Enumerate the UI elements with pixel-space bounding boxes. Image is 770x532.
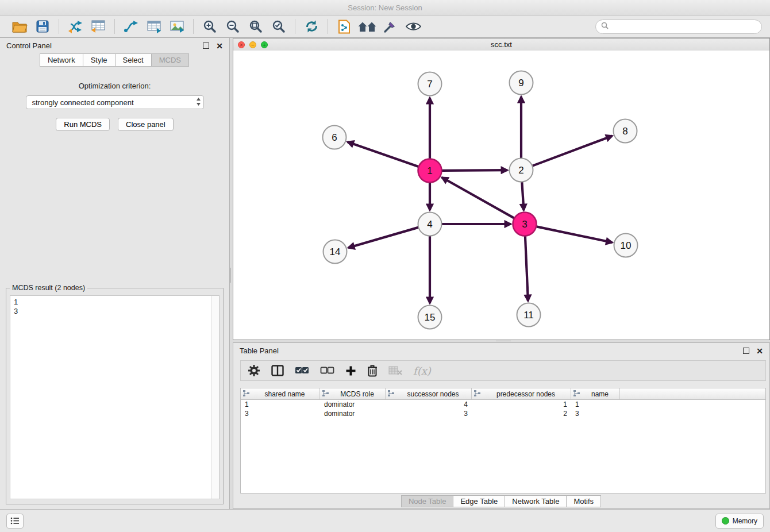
- graph-node-2[interactable]: 2: [510, 159, 533, 182]
- column-header-mcds-role[interactable]: MCDS role: [320, 388, 386, 399]
- cell-name[interactable]: 3: [571, 410, 620, 418]
- open-session-icon[interactable]: [8, 17, 31, 36]
- graph-edge-3-11[interactable]: [525, 236, 528, 301]
- graph-node-4[interactable]: 4: [418, 213, 442, 236]
- graph-node-3[interactable]: 3: [513, 213, 537, 236]
- tab-edge-table[interactable]: Edge Table: [453, 495, 505, 507]
- network-analyzer-icon[interactable]: [356, 17, 379, 36]
- delete-column-icon[interactable]: [367, 364, 378, 377]
- column-header-successor-nodes[interactable]: successor nodes: [386, 388, 472, 399]
- table-row[interactable]: 3 dominator 3 2 3: [241, 409, 765, 418]
- cell-predecessor-nodes[interactable]: 2: [472, 410, 571, 418]
- refresh-icon[interactable]: [300, 17, 323, 36]
- svg-text:9: 9: [518, 78, 523, 88]
- graphics-details-icon[interactable]: [402, 17, 425, 36]
- zoom-in-icon[interactable]: [198, 17, 221, 36]
- table-settings-icon[interactable]: [248, 364, 260, 377]
- column-header-name[interactable]: name: [571, 388, 620, 399]
- import-table-icon[interactable]: [87, 17, 110, 36]
- graph-node-1[interactable]: 1: [418, 159, 442, 183]
- clone-network-icon[interactable]: [333, 17, 356, 36]
- tab-node-table[interactable]: Node Table: [401, 495, 454, 507]
- memory-button-label: Memory: [733, 517, 757, 525]
- float-table-panel-icon[interactable]: [743, 348, 749, 354]
- import-network-icon[interactable]: [64, 17, 87, 36]
- graph-edge-2-8[interactable]: [533, 136, 613, 165]
- memory-button[interactable]: Memory: [715, 514, 764, 529]
- graph-edge-2-3[interactable]: [522, 182, 523, 210]
- graph-edge-3-10[interactable]: [537, 226, 613, 242]
- maximize-window-icon[interactable]: +: [261, 41, 268, 48]
- function-builder-icon[interactable]: f(x): [413, 365, 431, 377]
- close-control-panel-icon[interactable]: ✕: [216, 41, 223, 51]
- zoom-out-icon[interactable]: [221, 17, 244, 36]
- zoom-selected-icon[interactable]: [267, 17, 290, 36]
- graph-node-6[interactable]: 6: [323, 126, 346, 149]
- graph-edge-3-1[interactable]: [442, 178, 514, 218]
- cell-name[interactable]: 1: [571, 400, 620, 408]
- close-table-panel-icon[interactable]: ✕: [756, 346, 763, 356]
- cell-predecessor-nodes[interactable]: 1: [472, 400, 571, 408]
- cell-shared-name[interactable]: 3: [241, 410, 320, 418]
- svg-text:10: 10: [621, 240, 632, 251]
- result-scrollbar[interactable]: [211, 296, 219, 499]
- network-canvas[interactable]: 7968124314101511: [233, 51, 769, 340]
- cell-mcds-role[interactable]: dominator: [320, 410, 386, 418]
- select-all-icon[interactable]: [295, 366, 309, 375]
- tab-network-table[interactable]: Network Table: [505, 495, 567, 507]
- graph-edge-1-2[interactable]: [442, 170, 507, 171]
- network-window-title: scc.txt: [233, 40, 769, 49]
- table-row[interactable]: 1 dominator 4 1 1: [241, 400, 765, 409]
- mcds-result-list[interactable]: 1 3: [10, 295, 220, 499]
- column-header-shared-name[interactable]: shared name: [241, 388, 320, 399]
- cell-shared-name[interactable]: 1: [241, 400, 320, 408]
- tab-network[interactable]: Network: [40, 53, 83, 67]
- close-panel-button[interactable]: Close panel: [118, 118, 174, 131]
- svg-text:14: 14: [330, 246, 341, 257]
- task-history-button[interactable]: [6, 514, 24, 529]
- tab-mcds[interactable]: MCDS: [151, 53, 189, 67]
- tab-motifs[interactable]: Motifs: [566, 495, 601, 507]
- graph-edge-4-14[interactable]: [348, 228, 418, 248]
- graph-node-15[interactable]: 15: [418, 306, 442, 329]
- float-panel-icon[interactable]: [203, 43, 209, 49]
- search-box[interactable]: [595, 20, 762, 34]
- tab-style[interactable]: Style: [83, 53, 116, 67]
- graph-node-8[interactable]: 8: [614, 119, 637, 143]
- cell-successor-nodes[interactable]: 4: [386, 400, 472, 408]
- svg-text:3: 3: [522, 219, 527, 230]
- search-input[interactable]: [612, 22, 756, 32]
- zoom-fit-icon[interactable]: [244, 17, 267, 36]
- mcds-result-title: MCDS result (2 nodes): [10, 284, 87, 292]
- save-session-icon[interactable]: [31, 17, 54, 36]
- network-window-titlebar[interactable]: × − + scc.txt: [233, 38, 769, 51]
- mcds-result-item[interactable]: 3: [14, 307, 215, 316]
- graph-node-11[interactable]: 11: [517, 303, 541, 327]
- mcds-result-item[interactable]: 1: [14, 298, 215, 307]
- delete-table-icon[interactable]: [388, 366, 402, 375]
- graph-node-7[interactable]: 7: [418, 72, 442, 96]
- graph-node-14[interactable]: 14: [324, 240, 347, 264]
- optimization-criterion-select[interactable]: strongly connected component: [26, 95, 204, 109]
- graph-node-9[interactable]: 9: [510, 71, 533, 95]
- graph-edge-1-6[interactable]: [348, 142, 419, 167]
- apply-style-icon[interactable]: [379, 17, 402, 36]
- column-header-predecessor-nodes[interactable]: predecessor nodes: [472, 388, 571, 399]
- svg-text:1: 1: [427, 165, 432, 176]
- show-columns-icon[interactable]: [271, 365, 284, 376]
- new-network-icon[interactable]: [120, 17, 143, 36]
- export-image-icon[interactable]: [165, 17, 188, 36]
- toolbar-separator: [193, 19, 194, 34]
- graph-node-10[interactable]: 10: [614, 234, 638, 257]
- add-column-icon[interactable]: [345, 365, 356, 376]
- tab-select[interactable]: Select: [115, 53, 152, 67]
- deselect-all-icon[interactable]: [320, 366, 334, 375]
- control-panel-title: Control Panel: [6, 41, 52, 50]
- select-arrows-icon: [196, 97, 201, 108]
- minimize-window-icon[interactable]: −: [249, 41, 256, 48]
- cell-mcds-role[interactable]: dominator: [320, 400, 386, 408]
- cell-successor-nodes[interactable]: 3: [386, 410, 472, 418]
- run-mcds-button[interactable]: Run MCDS: [56, 118, 110, 131]
- new-table-icon[interactable]: [143, 17, 165, 36]
- close-window-icon[interactable]: ×: [238, 41, 245, 48]
